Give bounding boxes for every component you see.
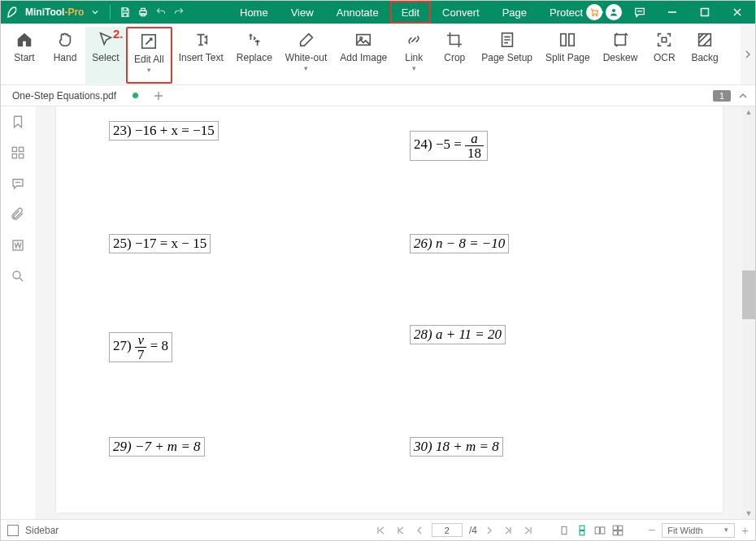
ocr-icon [654, 30, 674, 50]
edit-box-icon [139, 32, 159, 51]
tool-white-out[interactable]: White-out ▾ [279, 27, 333, 84]
scroll-up-icon[interactable]: ▲ [742, 106, 755, 116]
tool-page-setup[interactable]: Page Setup [475, 27, 539, 84]
scrollbar-thumb[interactable] [742, 270, 755, 319]
thumbnails-icon[interactable] [11, 145, 27, 162]
svg-rect-30 [613, 526, 617, 530]
equation-27[interactable]: 27) v7 = 8 [109, 332, 172, 362]
new-tab-icon[interactable] [153, 90, 164, 102]
eraser-icon [297, 30, 316, 50]
tool-background[interactable]: Backg [684, 27, 724, 84]
equation-24[interactable]: 24) −5 = a18 [410, 131, 488, 161]
equation-23[interactable]: 23) −16 + x = −15 [109, 121, 219, 141]
tool-split-page[interactable]: Split Page [539, 27, 597, 84]
tab-home[interactable]: Home [228, 1, 280, 24]
zoom-out-icon[interactable]: − [648, 523, 655, 538]
tool-edit-all[interactable]: 2. Edit All ▾ [126, 27, 172, 84]
print-icon[interactable] [137, 6, 150, 19]
search-icon[interactable] [11, 269, 27, 285]
svg-rect-26 [580, 526, 584, 530]
tool-crop[interactable]: Crop [434, 27, 475, 84]
close-icon[interactable] [723, 1, 752, 24]
tool-add-image[interactable]: Add Image [333, 27, 393, 84]
zoom-in-icon[interactable]: + [741, 523, 749, 537]
image-icon [354, 30, 373, 50]
view-single-icon[interactable] [558, 525, 570, 536]
collapse-ribbon-icon[interactable] [737, 90, 749, 102]
view-twopage-icon[interactable] [594, 525, 606, 536]
svg-rect-32 [613, 530, 617, 535]
feedback-icon[interactable] [625, 1, 654, 24]
tool-start[interactable]: Start [4, 27, 45, 84]
unsaved-indicator-icon [133, 93, 138, 98]
equation-29[interactable]: 29) −7 + m = 8 [109, 437, 205, 457]
svg-point-5 [612, 9, 615, 12]
vertical-scrollbar[interactable]: ▲ ▼ [742, 106, 755, 519]
redo-icon[interactable] [172, 6, 185, 19]
tab-more-icon[interactable] [594, 1, 607, 24]
tool-replace[interactable]: Replace [230, 27, 279, 84]
last-page-icon[interactable] [502, 526, 515, 535]
tool-ocr[interactable]: OCR [644, 27, 684, 84]
comment-icon[interactable] [11, 176, 27, 193]
chevron-down-icon: ▾ [304, 64, 308, 72]
scroll-down-icon[interactable]: ▼ [742, 509, 755, 519]
svg-rect-19 [12, 147, 16, 151]
equation-28[interactable]: 28) a + 11 = 20 [410, 325, 506, 344]
maximize-icon[interactable] [690, 1, 719, 24]
view-twopage-continuous-icon[interactable] [612, 525, 623, 536]
home-icon [15, 30, 34, 50]
tool-insert-text[interactable]: Insert Text [172, 27, 230, 84]
svg-rect-21 [12, 154, 16, 158]
page-count-badge: 1 [713, 90, 731, 102]
svg-point-7 [640, 11, 641, 11]
tool-hand[interactable]: Hand [45, 27, 85, 84]
document-tab-bar: One-Step Equations.pdf 1 [1, 85, 755, 106]
chevron-down-icon: ▾ [412, 64, 416, 72]
equation-26[interactable]: 26) n − 8 = −10 [410, 234, 509, 253]
svg-rect-28 [595, 526, 599, 533]
tab-protect[interactable]: Protect [538, 1, 594, 24]
tool-deskew[interactable]: Deskew [597, 27, 645, 84]
title-dropdown-icon[interactable] [89, 6, 102, 19]
prev-page-icon[interactable] [414, 526, 425, 535]
equation-30[interactable]: 30) 18 + m = 8 [410, 437, 503, 457]
user-icon[interactable] [606, 4, 622, 20]
chevron-down-icon: ▾ [147, 66, 151, 74]
status-bar: Sidebar /4 − Fit Width▼ + [1, 519, 755, 540]
undo-icon[interactable] [154, 6, 167, 19]
sidebar-toggle-icon[interactable] [7, 525, 19, 536]
zoom-selector[interactable]: Fit Width▼ [662, 523, 735, 538]
save-icon[interactable] [119, 6, 132, 19]
page-number-input[interactable] [432, 523, 463, 537]
skip-prev-icon[interactable] [373, 526, 388, 535]
tab-convert[interactable]: Convert [431, 1, 491, 24]
first-page-icon[interactable] [394, 526, 407, 535]
document-viewport[interactable]: 23) −16 + x = −15 24) −5 = a18 25) −17 =… [37, 106, 742, 519]
title-bar: MiniTool-Pro Home View Annotate Edit Con… [1, 1, 755, 24]
ribbon-more-icon[interactable] [741, 24, 755, 84]
left-sidebar [1, 106, 37, 519]
word-icon[interactable] [11, 238, 27, 254]
svg-rect-25 [562, 526, 567, 534]
tab-annotate[interactable]: Annotate [325, 1, 390, 24]
skip-next-icon[interactable] [521, 526, 536, 535]
tab-page[interactable]: Page [491, 1, 538, 24]
page-total: /4 [469, 525, 477, 536]
svg-rect-20 [19, 147, 23, 151]
page-setup-icon [497, 30, 517, 50]
next-page-icon[interactable] [484, 526, 495, 535]
tab-edit[interactable]: Edit [390, 1, 431, 24]
minimize-icon[interactable] [658, 1, 687, 24]
bookmark-icon[interactable] [11, 115, 27, 131]
equation-25[interactable]: 25) −17 = x − 15 [109, 234, 211, 253]
tool-link[interactable]: Link ▾ [393, 27, 434, 84]
svg-rect-33 [618, 530, 622, 535]
sidebar-label[interactable]: Sidebar [25, 525, 59, 536]
page-content: 23) −16 + x = −15 24) −5 = a18 25) −17 =… [56, 106, 723, 513]
view-continuous-icon[interactable] [576, 525, 588, 536]
attachment-icon[interactable] [11, 207, 27, 223]
svg-rect-15 [561, 34, 566, 46]
document-tab-name[interactable]: One-Step Equations.pdf [12, 90, 116, 102]
tab-view[interactable]: View [280, 1, 325, 24]
